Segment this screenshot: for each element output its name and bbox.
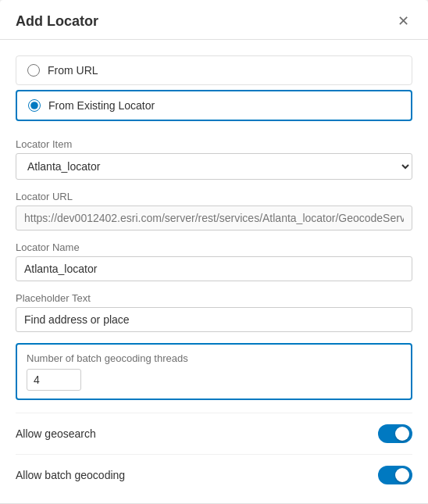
dialog-header: Add Locator ✕ bbox=[0, 0, 428, 40]
allow-geosearch-toggle[interactable] bbox=[378, 424, 412, 443]
batch-threads-input[interactable] bbox=[27, 369, 81, 391]
locator-name-input[interactable] bbox=[16, 256, 412, 281]
locator-name-label: Locator Name bbox=[16, 241, 412, 253]
allow-batch-toggle[interactable] bbox=[378, 466, 412, 484]
allow-geosearch-slider bbox=[378, 424, 412, 443]
locator-name-group: Locator Name bbox=[16, 241, 412, 281]
locator-item-group: Locator Item Atlanta_locator bbox=[16, 138, 412, 180]
placeholder-text-group: Placeholder Text bbox=[16, 292, 412, 332]
locator-url-group: Locator URL bbox=[16, 191, 412, 231]
allow-geosearch-row: Allow geosearch bbox=[16, 413, 412, 454]
source-radio-group: From URL From Existing Locator bbox=[16, 55, 412, 126]
radio-from-url-input[interactable] bbox=[27, 64, 40, 77]
batch-geocoding-label: Number of batch geocoding threads bbox=[27, 352, 401, 364]
radio-from-existing-label: From Existing Locator bbox=[48, 99, 155, 112]
dialog-body: From URL From Existing Locator Locator I… bbox=[0, 40, 428, 503]
radio-from-existing[interactable]: From Existing Locator bbox=[16, 90, 412, 121]
dialog-title: Add Locator bbox=[16, 13, 98, 30]
radio-from-existing-input[interactable] bbox=[28, 99, 41, 112]
locator-item-select[interactable]: Atlanta_locator bbox=[16, 153, 412, 180]
close-button[interactable]: ✕ bbox=[394, 13, 412, 30]
radio-from-url-label: From URL bbox=[48, 64, 98, 77]
allow-geosearch-label: Allow geosearch bbox=[16, 427, 96, 440]
radio-from-url[interactable]: From URL bbox=[16, 55, 412, 85]
locator-url-label: Locator URL bbox=[16, 191, 412, 202]
locator-item-label: Locator Item bbox=[16, 138, 412, 150]
placeholder-text-label: Placeholder Text bbox=[16, 292, 412, 304]
allow-batch-row: Allow batch geocoding bbox=[16, 454, 412, 495]
batch-geocoding-section: Number of batch geocoding threads bbox=[16, 343, 412, 400]
add-locator-dialog: Add Locator ✕ From URL From Existing Loc… bbox=[0, 0, 428, 504]
locator-url-input[interactable] bbox=[16, 206, 412, 231]
placeholder-text-input[interactable] bbox=[16, 307, 412, 332]
allow-batch-slider bbox=[378, 466, 412, 484]
allow-batch-label: Allow batch geocoding bbox=[16, 469, 125, 481]
